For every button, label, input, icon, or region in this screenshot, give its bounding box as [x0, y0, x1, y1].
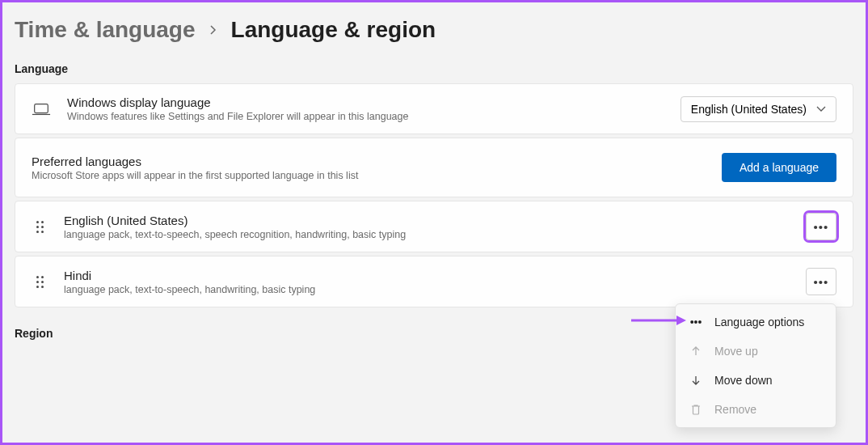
menu-move-down[interactable]: Move down — [679, 366, 832, 395]
display-language-card: Windows display language Windows feature… — [15, 83, 853, 134]
preferred-subtitle: Microsoft Store apps will appear in the … — [32, 170, 706, 181]
menu-language-options[interactable]: ••• Language options — [679, 307, 832, 337]
svg-marker-2 — [676, 316, 686, 325]
add-language-button[interactable]: Add a language — [722, 153, 836, 182]
chevron-right-icon — [209, 22, 218, 39]
menu-label: Move up — [714, 345, 758, 358]
display-language-selected: English (United States) — [691, 103, 807, 116]
ellipsis-icon: ••• — [814, 275, 829, 289]
context-menu: ••• Language options Move up Move down R… — [675, 303, 836, 428]
more-button[interactable]: ••• — [806, 213, 836, 240]
language-item-hindi: Hindi language pack, text-to-speech, han… — [15, 256, 853, 307]
laptop-icon — [32, 100, 51, 119]
preferred-title: Preferred languages — [32, 155, 706, 168]
trash-icon — [689, 402, 703, 417]
breadcrumb-parent[interactable]: Time & language — [15, 17, 196, 43]
preferred-languages-card: Preferred languages Microsoft Store apps… — [15, 138, 853, 197]
breadcrumb-current: Language & region — [231, 17, 436, 43]
menu-label: Remove — [714, 403, 756, 416]
arrow-down-icon — [689, 373, 703, 388]
language-item-english: English (United States) language pack, t… — [15, 201, 853, 252]
arrow-up-icon — [689, 344, 703, 358]
annotation-arrow — [630, 313, 686, 331]
language-features: language pack, text-to-speech, handwriti… — [64, 284, 790, 295]
menu-remove: Remove — [679, 395, 832, 424]
language-features: language pack, text-to-speech, speech re… — [64, 229, 790, 240]
language-name: Hindi — [64, 269, 790, 282]
menu-label: Language options — [714, 316, 804, 328]
display-language-title: Windows display language — [67, 95, 664, 109]
display-language-dropdown[interactable]: English (United States) — [680, 96, 836, 122]
language-name: English (United States) — [64, 214, 790, 227]
section-language-label: Language — [15, 62, 853, 75]
ellipsis-icon: ••• — [814, 220, 829, 234]
more-button[interactable]: ••• — [806, 268, 836, 295]
menu-move-up: Move up — [679, 337, 832, 366]
drag-handle-icon[interactable] — [32, 221, 48, 233]
menu-label: Move down — [714, 374, 773, 387]
display-language-subtitle: Windows features like Settings and File … — [67, 111, 664, 122]
ellipsis-icon: ••• — [689, 315, 703, 329]
drag-handle-icon[interactable] — [32, 276, 48, 288]
svg-rect-0 — [35, 104, 48, 112]
breadcrumb: Time & language Language & region — [15, 17, 853, 43]
chevron-down-icon — [816, 104, 826, 115]
